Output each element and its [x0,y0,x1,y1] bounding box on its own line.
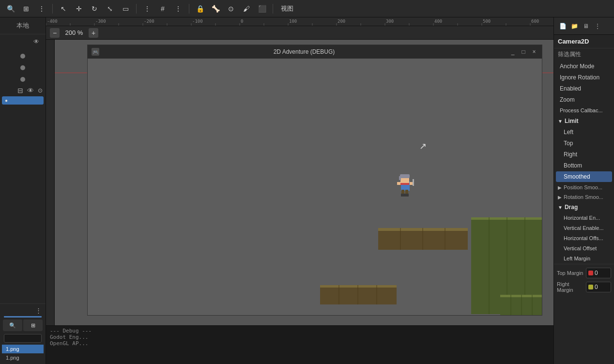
selected-node[interactable]: ● [2,96,44,105]
more-tool[interactable]: ⋮ [171,2,185,15]
prop-process-callback[interactable]: Process Callbac... [556,106,612,115]
separator-3 [189,4,189,14]
zoom-out-button[interactable]: − [50,28,60,38]
pos-smooth-arrow: ▶ [558,185,562,190]
ruler-top [46,17,553,26]
svg-rect-17 [320,285,397,304]
section-rotation-smoothing[interactable]: ▶ Rotation Smoo... [554,192,614,202]
top-margin-row: Top Margin 0 [554,266,614,280]
more-icon[interactable]: ⋮ [35,307,42,314]
sidebar-icons: ⊟ 👁 ⊙ ● [0,49,46,106]
file-item-2[interactable]: 1.png [2,353,44,362]
section-limit[interactable]: ▼ Limit [554,116,614,126]
view-label[interactable]: 视图 [277,4,297,13]
game-viewport[interactable]: 🎮 2D Adventure (DEBUG) _ □ × [46,40,553,325]
top-margin-input[interactable]: 0 [586,268,611,278]
tab-filter[interactable]: ⊞ [23,319,43,331]
prop-left-margin[interactable]: Left Margin [556,254,612,263]
main-toolbar: 🔍 ⊞ ⋮ ↖ ✛ ↻ ⤡ ▭ ⋮ # ⋮ 🔒 🦴 ⊙ 🖌 ⬛ 视图 [0,0,614,17]
platform-1 [378,228,468,250]
node-circle-3[interactable] [20,77,25,82]
game-canvas: ↗ [88,59,542,315]
tile-tool[interactable]: ⬛ [255,2,269,15]
right-margin-value: 0 [595,284,598,290]
move-tool[interactable]: ✛ [72,2,86,15]
center-area: − 200 % + 🎮 2D Adventure (DEBUG) _ □ × [46,17,553,364]
separator-4 [273,4,273,14]
prop-horiz-enable[interactable]: Horizontal En... [556,213,612,223]
prop-horiz-offset[interactable]: Horizontal Offs... [556,233,612,243]
circle-icon[interactable]: ⊙ [38,87,43,94]
game-window-titlebar: 🎮 2D Adventure (DEBUG) _ □ × [88,45,542,59]
scale-tool[interactable]: ⤡ [103,2,117,15]
grid-button[interactable]: ⊞ [19,2,33,15]
prop-left[interactable]: Left [556,127,612,137]
svg-rect-6 [401,194,405,197]
paint-tool[interactable]: 🖌 [240,2,253,15]
node-circle-1[interactable] [20,54,25,59]
cursor-arrow: ↗ [419,141,427,152]
folder-icon[interactable]: 📁 [569,21,579,31]
panel-header-icons: 📄 📁 🖥 ⋮ [558,21,602,31]
prop-top[interactable]: Top [556,138,612,149]
character-sprite [395,172,414,199]
window-maximize[interactable]: □ [520,48,527,56]
prop-bottom[interactable]: Bottom [556,160,612,171]
prop-anchor-mode[interactable]: Anchor Mode [556,61,612,72]
tab-search[interactable]: 🔍 [3,319,22,331]
svg-rect-3 [399,176,401,180]
grid-icon[interactable]: ⊟ [17,87,23,94]
eye-icon-2[interactable]: 👁 [27,87,34,94]
file-search[interactable] [4,334,42,343]
snap-tool[interactable]: ⋮ [140,2,154,15]
drag-label: Drag [565,204,578,211]
top-margin-label: Top Margin [557,270,584,276]
svg-rect-7 [405,194,409,197]
lock-tool[interactable]: 🔒 [193,2,207,15]
prop-right[interactable]: Right [556,149,612,160]
prop-enabled[interactable]: Enabled [556,83,612,94]
grid-snap-tool[interactable]: # [156,2,169,15]
prop-vert-enable[interactable]: Vertical Enable... [556,223,612,233]
monitor-icon[interactable]: 🖥 [581,21,591,31]
prop-smoothed[interactable]: Smoothed [556,171,612,182]
right-margin-row: Right Margin 0 [554,280,614,294]
section-position-smoothing[interactable]: ▶ Position Smoo... [554,182,614,192]
file-icon[interactable]: 📄 [558,21,568,31]
more-icon-panel[interactable]: ⋮ [593,21,602,31]
zoom-in-button[interactable]: + [89,28,98,38]
right-margin-input[interactable]: 0 [586,282,611,292]
platform-4 [500,295,542,315]
window-minimize[interactable]: _ [509,48,517,56]
prop-ignore-rotation[interactable]: Ignore Rotation [556,72,612,83]
sidebar-eye-icon[interactable]: 👁 [31,36,42,47]
prop-vert-offset[interactable]: Vertical Offset [556,243,612,253]
debug-line-2: Godot Eng... [50,334,550,340]
file-panel-icons: ⋮ [2,306,44,315]
right-margin-indicator [588,285,593,289]
settings-button[interactable]: ⋮ [35,2,48,15]
window-icon: 🎮 [92,48,99,56]
file-search-input[interactable] [6,335,39,341]
right-margin-label: Right Margin [557,281,584,293]
pivot-tool[interactable]: ⊙ [224,2,238,15]
filter-properties[interactable]: 筛选属性 [554,48,614,61]
select-tool[interactable]: ↖ [57,2,70,15]
top-margin-value: 0 [595,270,598,276]
prop-zoom[interactable]: Zoom [556,94,612,105]
separator-2 [136,4,137,14]
section-drag[interactable]: ▼ Drag [554,202,614,212]
window-title: 2D Adventure (DEBUG) [103,48,505,55]
search-button[interactable]: 🔍 [4,2,17,15]
inspector-content: Camera2D 筛选属性 Anchor Mode Ignore Rotatio… [554,35,614,364]
rect-select-tool[interactable]: ▭ [119,2,132,15]
platform-2 [320,285,397,304]
rotate-tool[interactable]: ↻ [88,2,101,15]
file-item-1[interactable]: 1.png [2,345,44,353]
node-circle-2[interactable] [20,65,25,70]
drag-arrow: ▼ [558,205,563,210]
svg-rect-11 [400,183,409,185]
bones-tool[interactable]: 🦴 [209,2,222,15]
window-controls: _ □ × [509,48,538,56]
window-close[interactable]: × [530,48,538,56]
